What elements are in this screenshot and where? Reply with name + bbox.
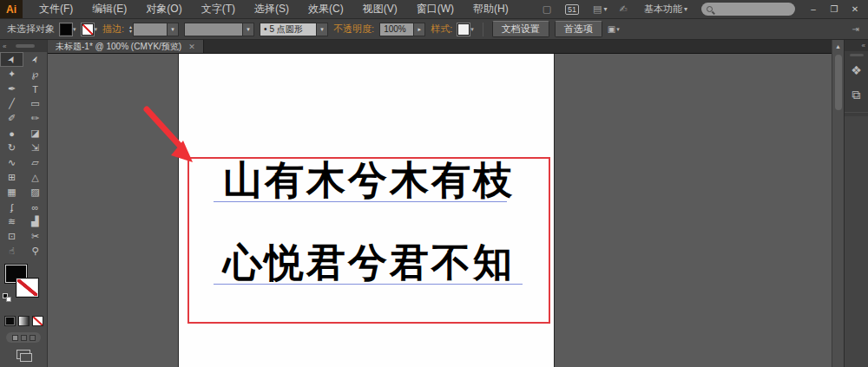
collapse-panel-icon[interactable]: « (3, 43, 6, 50)
menu-help[interactable]: 帮助(H) (464, 0, 518, 18)
width-profile-field[interactable] (184, 23, 243, 36)
direct-selection-tool[interactable]: ➣ (23, 52, 47, 67)
cs-live-icon[interactable]: ✍ (620, 3, 629, 15)
tools-grid: ➤ ➣ ✦ ℘ ✒ T ╱ ▭ ✐ ✏ (0, 52, 47, 259)
fill-swatch[interactable] (60, 23, 72, 36)
free-transform-tool[interactable]: ▱ (23, 155, 47, 170)
screen-mode-button[interactable] (16, 350, 30, 359)
stepper-icons[interactable]: ▴▾ (129, 25, 132, 34)
blob-brush-tool[interactable]: ● (0, 126, 23, 141)
magic-wand-tool[interactable]: ✦ (0, 67, 23, 82)
panel-grip[interactable] (16, 44, 35, 48)
artboards-panel-icon[interactable]: ⧉ (846, 84, 867, 105)
artboard[interactable]: 山有木兮木有枝 心悦君兮君不知 (178, 54, 555, 367)
scroll-up-icon[interactable]: ▲ (835, 40, 841, 49)
shape-builder-tool[interactable]: ⊞ (0, 170, 23, 185)
selection-tool[interactable]: ➤ (0, 52, 23, 67)
collapse-control-panel-icon[interactable]: ⇥ (852, 24, 861, 34)
search-box[interactable] (701, 3, 795, 16)
minimize-button[interactable]: – (804, 3, 823, 16)
document-tab-title: 未标题-1* @ 100% (CMYK/预览) (56, 41, 181, 53)
dock-grip[interactable] (850, 54, 864, 56)
document-setup-button[interactable]: 文档设置 (492, 21, 549, 37)
stroke-none-swatch[interactable] (82, 23, 94, 36)
slice-tool[interactable]: ✂ (23, 229, 47, 244)
brush-definition-control[interactable]: • 5 点圆形 ▾ (260, 23, 328, 36)
arrange-documents-icon[interactable]: ▤▾ (593, 3, 607, 15)
chevron-down-icon[interactable]: ▾ (317, 23, 328, 36)
badge-51-icon[interactable]: 51 (565, 4, 581, 15)
scale-tool[interactable]: ⇲ (23, 141, 47, 155)
drawing-mode-buttons[interactable] (6, 332, 41, 343)
search-input[interactable] (716, 3, 786, 15)
control-bar: 未选择对象 ▾ ▾ 描边: ▴▾ ▾ ▾ • 5 点圆形 ▾ 不透明度: 100… (0, 19, 868, 40)
bridge-icon[interactable]: ▢ (542, 3, 553, 15)
column-graph-tool[interactable]: ▟ (23, 214, 47, 229)
scrollbar-thumb[interactable] (835, 55, 842, 110)
none-button[interactable] (32, 316, 43, 326)
menu-type[interactable]: 文字(T) (192, 0, 245, 18)
align-options-control[interactable]: ▣ ▾ (608, 24, 620, 34)
style-control[interactable]: ▾ (457, 23, 474, 36)
stroke-weight-control[interactable]: ▴▾ ▾ (129, 23, 179, 36)
menu-file[interactable]: 文件(F) (30, 0, 82, 18)
type-tool[interactable]: T (23, 82, 47, 96)
chevron-down-icon[interactable]: ▾ (168, 23, 179, 36)
menu-edit[interactable]: 编辑(E) (82, 0, 136, 18)
layers-panel-icon[interactable]: ❖ (846, 60, 867, 81)
search-icon (707, 6, 713, 12)
gradient-button[interactable] (18, 316, 30, 326)
default-fill-stroke-icon[interactable] (3, 293, 12, 303)
close-tab-icon[interactable]: ✕ (188, 43, 195, 51)
expand-dock-icon[interactable]: « (862, 42, 865, 49)
perspective-grid-tool[interactable]: △ (23, 170, 47, 185)
stroke-color-control[interactable]: ▾ (82, 23, 98, 36)
menu-effect[interactable]: 效果(C) (299, 0, 353, 18)
menu-window[interactable]: 窗口(W) (407, 0, 464, 18)
symbol-sprayer-tool[interactable]: ≋ (0, 214, 23, 229)
stroke-weight-field[interactable] (133, 23, 168, 36)
chevron-down-icon[interactable]: ▾ (243, 23, 254, 36)
menu-view[interactable]: 视图(V) (353, 0, 407, 18)
stroke-color-swatch[interactable] (16, 279, 38, 297)
canvas-area[interactable]: 山有木兮木有枝 心悦君兮君不知 (48, 54, 832, 367)
workspace-switcher[interactable]: 基本功能 ▾ (639, 1, 693, 17)
artboard-tool[interactable]: ⊡ (0, 229, 23, 244)
illustrator-window: Ai 文件(F)编辑(E)对象(O)文字(T)选择(S)效果(C)视图(V)窗口… (0, 0, 868, 367)
mesh-tool[interactable]: ▦ (0, 185, 23, 200)
eraser-tool[interactable]: ◪ (23, 126, 47, 141)
pen-tool[interactable]: ✒ (0, 82, 23, 96)
lasso-tool[interactable]: ℘ (23, 67, 47, 82)
app-logo: Ai (0, 0, 23, 18)
close-button[interactable]: ✕ (845, 3, 865, 16)
gradient-tool[interactable]: ▨ (23, 185, 47, 200)
rectangle-tool[interactable]: ▭ (23, 96, 47, 111)
preferences-button[interactable]: 首选项 (555, 21, 602, 37)
line-segment-tool[interactable]: ╱ (0, 96, 23, 111)
text-object-line2[interactable]: 心悦君兮君不知 (189, 242, 549, 284)
color-button[interactable] (4, 316, 16, 326)
chevron-right-icon[interactable]: ▸ (414, 23, 425, 36)
hand-tool[interactable]: ☝ (0, 244, 23, 259)
width-tool[interactable]: ∿ (0, 155, 23, 170)
text-object-line1[interactable]: 山有木兮木有枝 (189, 160, 549, 201)
paintbrush-tool[interactable]: ✐ (0, 111, 23, 126)
opacity-field[interactable]: 100% (379, 23, 414, 36)
document-tab[interactable]: 未标题-1* @ 100% (CMYK/预览) ✕ (48, 40, 204, 53)
rotate-tool[interactable]: ↻ (0, 141, 23, 155)
restore-button[interactable]: ❐ (825, 3, 844, 16)
style-swatch[interactable] (457, 23, 470, 36)
fill-color-control[interactable]: ▾ (60, 23, 76, 36)
brush-definition-field[interactable]: • 5 点圆形 (260, 23, 317, 36)
eyedropper-tool[interactable]: ʄ (0, 200, 23, 214)
width-profile-control[interactable]: ▾ (184, 23, 254, 36)
menu-object[interactable]: 对象(O) (136, 0, 191, 18)
menu-select[interactable]: 选择(S) (245, 0, 299, 18)
opacity-control[interactable]: 100% ▸ (379, 23, 425, 36)
vertical-scrollbar[interactable]: ▲ (832, 40, 844, 367)
zoom-tool[interactable]: ⚲ (23, 244, 47, 259)
appbar-icons: ▢ 51 ▤▾ ✍ (542, 3, 629, 15)
pencil-tool[interactable]: ✏ (23, 111, 47, 126)
highlight-rect: 山有木兮木有枝 心悦君兮君不知 (187, 157, 550, 324)
blend-tool[interactable]: ∞ (23, 200, 47, 214)
